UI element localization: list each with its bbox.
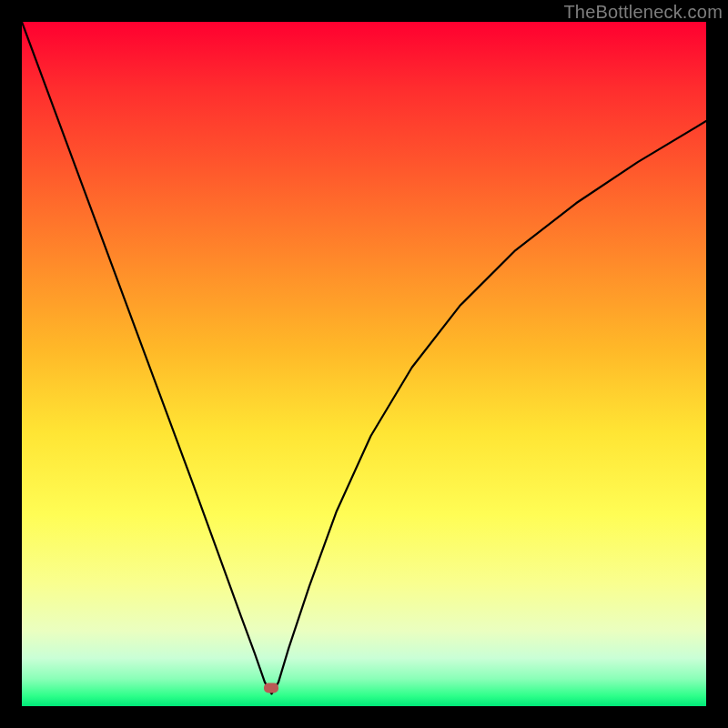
chart-frame: TheBottleneck.com (0, 0, 728, 728)
curve-svg (22, 22, 706, 706)
bottleneck-curve (22, 22, 706, 693)
plot-area (22, 22, 706, 706)
watermark-text: TheBottleneck.com (563, 2, 723, 23)
min-marker (264, 683, 278, 693)
